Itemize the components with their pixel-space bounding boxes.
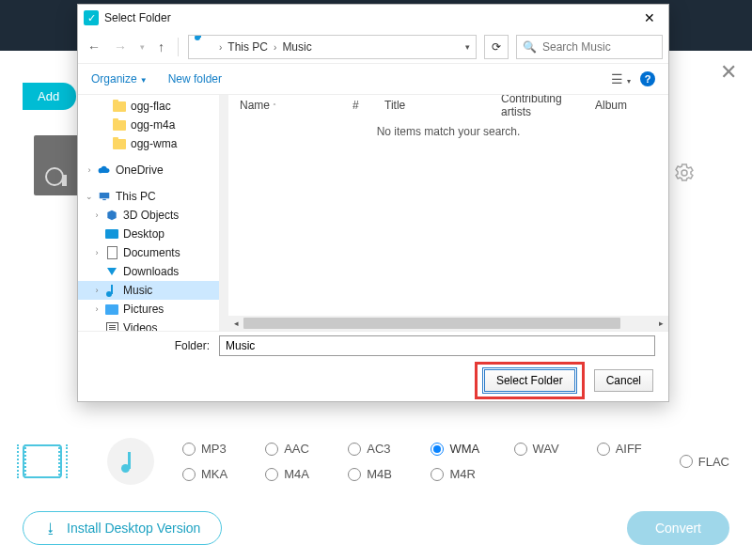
list-h-scrollbar[interactable]: ◂ ▸ (228, 316, 668, 331)
app-icon: ✓ (84, 10, 99, 25)
svg-rect-1 (100, 193, 110, 198)
tree-item-this-pc[interactable]: ⌄This PC (78, 187, 219, 206)
nav-recent-dropdown-icon[interactable]: ▾ (136, 40, 149, 54)
format-wma[interactable]: WMA (431, 442, 509, 456)
tree-item-videos[interactable]: Videos (78, 319, 219, 331)
folder-row: Folder: (78, 332, 668, 360)
tree-item-downloads[interactable]: Downloads (78, 262, 219, 281)
dialog-toolbar: Organize▼ New folder ☰ ▾ ? (78, 63, 668, 95)
scroll-left-icon[interactable]: ◂ (228, 316, 243, 331)
col-album[interactable]: Album (595, 99, 634, 112)
nav-up-icon[interactable]: ↑ (154, 38, 168, 56)
format-m4r[interactable]: M4R (431, 467, 509, 481)
highlight-box: Select Folder (475, 362, 585, 399)
scroll-right-icon[interactable]: ▸ (653, 316, 668, 331)
select-folder-dialog: ✓ Select Folder ✕ ← → ▾ ↑ › This PC › Mu… (77, 4, 669, 402)
search-input-wrap[interactable]: 🔍 (516, 35, 663, 59)
tree-item-onedrive[interactable]: ›OneDrive (78, 161, 219, 179)
breadcrumb-dropdown-icon[interactable]: ▾ (465, 42, 470, 52)
video-format-icon[interactable] (23, 444, 62, 478)
help-icon[interactable]: ? (640, 71, 655, 86)
format-m4b[interactable]: M4B (348, 467, 427, 481)
cancel-button[interactable]: Cancel (594, 369, 653, 392)
format-wav[interactable]: WAV (514, 442, 593, 456)
col-name[interactable]: Name˄ (240, 99, 352, 112)
dialog-title: Select Folder (104, 11, 171, 24)
nav-arrows: ← → ▾ ↑ (84, 38, 168, 56)
folder-label: Folder: (78, 339, 219, 352)
col-title[interactable]: Title (384, 99, 501, 112)
svg-point-0 (682, 170, 687, 176)
format-aiff[interactable]: AIFF (597, 442, 676, 456)
sort-indicator-icon: ˄ (273, 102, 276, 111)
format-row: MP3 AAC AC3 WMA WAV AIFF MKA M4A M4B M4R… (23, 428, 729, 494)
install-desktop-button[interactable]: ⭳ Install Desktop Version (23, 511, 222, 545)
svg-rect-2 (102, 199, 106, 200)
column-headers[interactable]: Name˄ # Title Contributing artists Album (228, 95, 668, 116)
search-input[interactable] (542, 40, 656, 54)
select-folder-button[interactable]: Select Folder (484, 369, 575, 392)
chevron-right-icon: › (268, 42, 282, 53)
tree-item-pictures[interactable]: ›Pictures (78, 300, 219, 319)
tree-item-documents[interactable]: ›Documents (78, 243, 219, 262)
file-list-area: Name˄ # Title Contributing artists Album… (228, 95, 668, 331)
tree-item-ogg-flac[interactable]: ogg-flac (78, 97, 219, 116)
audio-format-icon[interactable] (107, 438, 154, 485)
convert-button[interactable]: Convert (627, 511, 729, 545)
format-mp3[interactable]: MP3 (182, 442, 261, 456)
tree-item-ogg-wma[interactable]: ogg-wma (78, 134, 219, 153)
search-icon: 🔍 (523, 40, 537, 54)
panel-close-icon[interactable]: ✕ (720, 60, 737, 85)
download-icon: ⭳ (44, 521, 57, 536)
format-mka[interactable]: MKA (182, 467, 261, 481)
folder-name-input[interactable] (219, 335, 655, 356)
format-ac3[interactable]: AC3 (348, 442, 427, 456)
bottom-bar: ⭳ Install Desktop Version Convert (23, 509, 729, 547)
format-m4a[interactable]: M4A (265, 467, 344, 481)
col-number[interactable]: # (352, 99, 384, 112)
install-label: Install Desktop Version (67, 521, 200, 536)
col-contributing[interactable]: Contributing artists (501, 95, 595, 118)
new-folder-button[interactable]: New folder (168, 72, 222, 86)
breadcrumb-root[interactable]: This PC (227, 40, 268, 54)
tree-scrollbar[interactable] (219, 95, 228, 331)
tree-item-3d-objects[interactable]: ›3D Objects (78, 206, 219, 225)
dialog-main: ogg-flac ogg-m4a ogg-wma ›OneDrive ⌄This… (78, 95, 668, 332)
breadcrumb-leaf[interactable]: Music (282, 40, 311, 54)
format-aac[interactable]: AAC (265, 442, 344, 456)
format-radio-group: MP3 AAC AC3 WMA WAV AIFF MKA M4A M4B M4R (182, 442, 676, 481)
dialog-close-icon[interactable]: ✕ (636, 8, 663, 27)
organize-menu[interactable]: Organize▼ (91, 72, 148, 86)
view-options-icon[interactable]: ☰ ▾ (611, 71, 631, 86)
empty-list-message: No items match your search. (228, 125, 668, 316)
tree-item-ogg-m4a[interactable]: ogg-m4a (78, 116, 219, 134)
folder-tree[interactable]: ogg-flac ogg-m4a ogg-wma ›OneDrive ⌄This… (78, 95, 219, 331)
refresh-icon[interactable]: ⟳ (484, 35, 509, 59)
tree-item-music[interactable]: ›Music (78, 281, 219, 300)
breadcrumb[interactable]: › This PC › Music ▾ (188, 35, 477, 59)
document-thumbnail (34, 135, 83, 195)
format-flac[interactable]: FLAC (680, 455, 729, 469)
chevron-down-icon: ▼ (140, 76, 148, 85)
nav-forward-icon: → (110, 38, 131, 56)
tree-item-desktop[interactable]: Desktop (78, 225, 219, 243)
dialog-actions: Select Folder Cancel (78, 360, 668, 401)
nav-back-icon[interactable]: ← (84, 38, 104, 56)
gear-icon[interactable] (673, 162, 696, 184)
add-button-label: Add (38, 89, 59, 103)
chevron-right-icon: › (213, 42, 227, 53)
nav-row: ← → ▾ ↑ › This PC › Music ▾ ⟳ 🔍 (78, 31, 668, 63)
dialog-titlebar: ✓ Select Folder ✕ (78, 5, 668, 31)
add-button[interactable]: Add (23, 83, 76, 110)
